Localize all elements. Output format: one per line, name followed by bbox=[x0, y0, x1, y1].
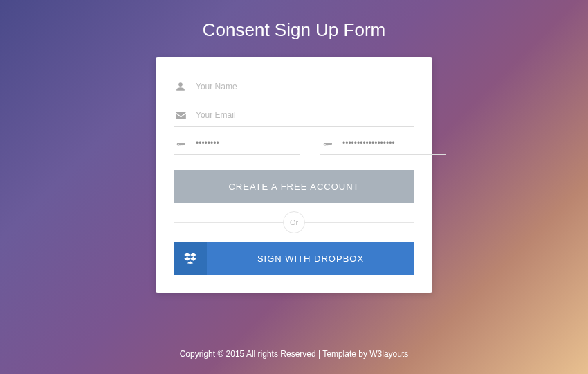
divider-label: Or bbox=[283, 211, 305, 233]
password-input[interactable] bbox=[196, 139, 300, 148]
copyright-text: Copyright © 2015 All rights Reserved | T… bbox=[180, 349, 370, 359]
dropbox-button-label: SIGN WITH DROPBOX bbox=[207, 253, 414, 264]
confirm-password-input[interactable] bbox=[342, 139, 446, 148]
w3layouts-link[interactable]: W3layouts bbox=[369, 349, 408, 359]
name-field-row bbox=[174, 74, 414, 98]
email-field-row bbox=[174, 103, 414, 127]
footer: Copyright © 2015 All rights Reserved | T… bbox=[0, 349, 588, 359]
mail-icon bbox=[174, 109, 187, 121]
email-input[interactable] bbox=[196, 110, 414, 120]
create-account-button[interactable]: CREATE A FREE ACCOUNT bbox=[174, 170, 414, 203]
key-icon bbox=[320, 138, 334, 149]
divider: Or bbox=[174, 211, 414, 233]
key-icon bbox=[174, 138, 187, 149]
dropbox-signin-button[interactable]: SIGN WITH DROPBOX bbox=[174, 242, 414, 275]
password-field-col bbox=[174, 131, 300, 155]
confirm-password-field-col bbox=[320, 131, 446, 155]
password-row bbox=[174, 131, 414, 155]
person-icon bbox=[174, 81, 187, 92]
page-title: Consent Sign Up Form bbox=[203, 19, 385, 41]
dropbox-icon bbox=[174, 242, 207, 275]
signup-form-card: CREATE A FREE ACCOUNT Or SIGN WITH DROPB… bbox=[156, 57, 432, 293]
name-input[interactable] bbox=[196, 82, 414, 91]
